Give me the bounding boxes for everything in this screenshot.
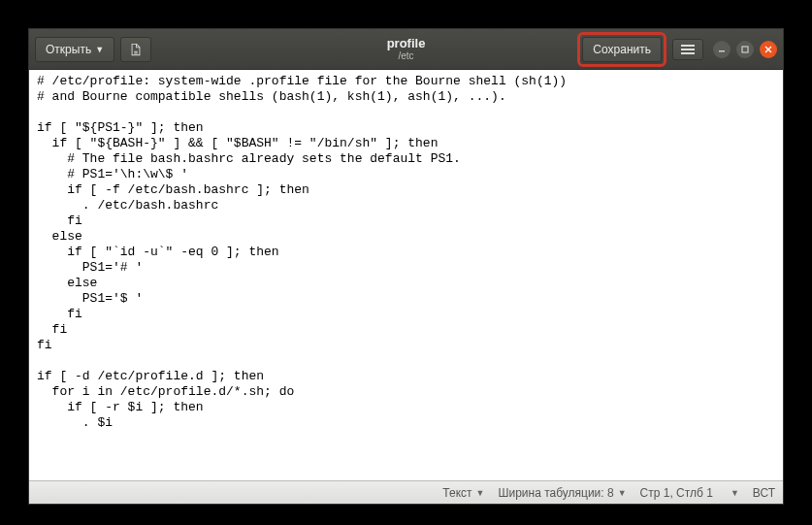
close-button[interactable]: [760, 41, 777, 58]
title-area: profile /etc: [387, 37, 426, 61]
insert-mode-label: ВСТ: [753, 486, 775, 500]
svg-rect-0: [719, 50, 725, 52]
chevron-down-icon: ▼: [95, 45, 104, 54]
hamburger-icon: [681, 45, 695, 54]
headerbar-right: Сохранить: [577, 32, 777, 67]
editor-window: Открыть ▼ profile /etc Сохранить: [28, 28, 784, 505]
open-button-label: Открыть: [46, 43, 91, 56]
open-button[interactable]: Открыть ▼: [35, 37, 114, 62]
chevron-down-icon: ▼: [731, 488, 739, 498]
cursor-position[interactable]: Стр 1, Стлб 1: [640, 486, 713, 500]
headerbar-left: Открыть ▼: [35, 37, 151, 62]
svg-rect-1: [742, 47, 748, 52]
window-subtitle: /etc: [387, 50, 426, 61]
insert-mode[interactable]: ВСТ: [753, 486, 775, 500]
menu-button[interactable]: [672, 39, 703, 60]
cursor-position-label: Стр 1, Стлб 1: [640, 486, 713, 500]
window-controls: [713, 41, 777, 58]
tab-width-label: Ширина табуляции: 8: [498, 486, 613, 500]
minimize-icon: [718, 46, 726, 53]
minimize-button[interactable]: [713, 41, 731, 58]
maximize-button[interactable]: [736, 41, 754, 58]
tab-width-selector[interactable]: Ширина табуляции: 8 ▼: [498, 486, 626, 500]
save-button[interactable]: Сохранить: [582, 37, 662, 62]
close-icon: [764, 46, 772, 53]
save-highlight-box: Сохранить: [577, 32, 666, 67]
chevron-down-icon: ▼: [476, 488, 485, 498]
save-button-label: Сохранить: [593, 43, 651, 56]
statusbar: Текст ▼ Ширина табуляции: 8 ▼ Стр 1, Стл…: [29, 480, 783, 504]
maximize-icon: [741, 46, 749, 53]
window-title: profile: [387, 37, 426, 50]
headerbar: Открыть ▼ profile /etc Сохранить: [29, 29, 783, 70]
chevron-down-icon: ▼: [618, 488, 627, 498]
syntax-label: Текст: [442, 486, 471, 500]
syntax-selector[interactable]: Текст ▼: [442, 486, 484, 500]
document-new-icon: [129, 43, 143, 56]
new-tab-button[interactable]: [120, 37, 151, 62]
text-editor[interactable]: # /etc/profile: system-wide .profile fil…: [29, 70, 783, 480]
